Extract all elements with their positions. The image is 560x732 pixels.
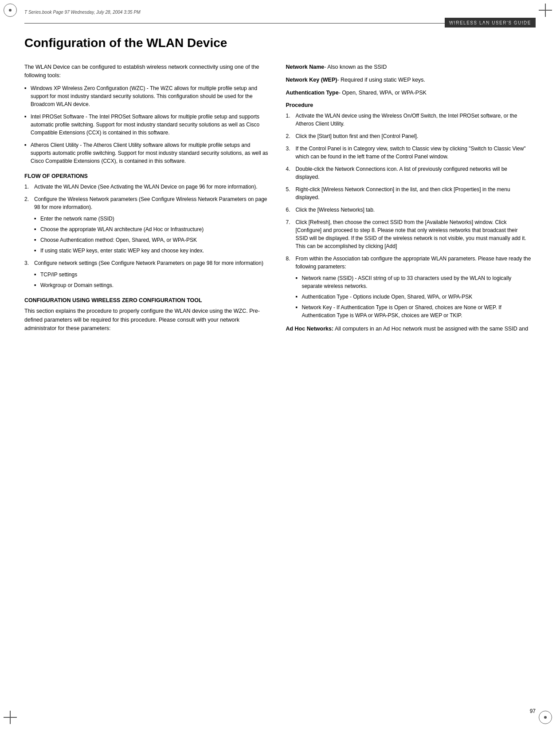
proc-item-1: Activate the WLAN device using the Wirel… <box>286 112 531 128</box>
flow-operations-list: Activate the WLAN Device (See Activating… <box>24 183 270 289</box>
sub-list-item: Network name (SSID) - ASCII string of up… <box>295 274 531 290</box>
network-key-label: Network Key (WEP) <box>286 77 337 83</box>
left-column: The WLAN Device can be configured to est… <box>24 63 270 338</box>
network-name-text: - Also known as the SSID <box>324 64 387 70</box>
corner-ornament-bl <box>4 711 21 728</box>
adhoc-paragraph: Ad Hoc Networks: All computers in an Ad … <box>286 325 531 333</box>
flow-item-3: Configure network settings (See Configur… <box>24 259 270 289</box>
proc-item-4: Double-click the Network Connections ico… <box>286 165 531 181</box>
flow-sub-list-2: Enter the network name (SSID) Choose the… <box>34 215 270 255</box>
network-key-text: - Required if using static WEP keys. <box>337 77 425 83</box>
page-number: 97 <box>530 708 536 714</box>
content-area: Configuration of the WLAN Device The WLA… <box>24 35 536 705</box>
step8-sub-list: Network name (SSID) - ASCII string of up… <box>295 274 531 319</box>
procedure-header: Procedure <box>286 102 531 108</box>
sub-list-item: If using static WEP keys, enter static W… <box>34 247 270 255</box>
proc-item-5: Right-click [Wireless Network Connection… <box>286 185 531 201</box>
sub-list-item: Workgroup or Domain settings. <box>34 281 270 289</box>
auth-type-label: Authentication Type <box>286 90 338 96</box>
auth-type-text: - Open, Shared, WPA, or WPA-PSK <box>339 90 427 96</box>
flow-item-1: Activate the WLAN Device (See Activating… <box>24 183 270 191</box>
proc-item-2: Click the [Start] button first and then … <box>286 132 531 140</box>
flow-item-2: Configure the Wireless Network parameter… <box>24 195 270 255</box>
list-item: Windows XP Wireless Zero Configuration (… <box>24 84 270 108</box>
network-key-line: Network Key (WEP)- Required if using sta… <box>286 76 531 84</box>
adhoc-label: Ad Hoc Networks: <box>286 326 333 332</box>
sub-list-item: Choose the appropriate WLAN architecture… <box>34 225 270 233</box>
header-divider <box>24 23 536 24</box>
adhoc-text: All computers in an Ad Hoc network must … <box>335 326 528 332</box>
right-column: Network Name- Also known as the SSID Net… <box>286 63 531 338</box>
file-info: T Series.book Page 97 Wednesday, July 28… <box>24 10 140 15</box>
corner-ornament-tl <box>4 4 21 21</box>
flow-sub-list-3: TCP/IP settings Workgroup or Domain sett… <box>34 271 270 289</box>
network-name-line: Network Name- Also known as the SSID <box>286 63 531 71</box>
proc-item-7: Click [Refresh], then choose the correct… <box>286 218 531 250</box>
sub-list-item: TCP/IP settings <box>34 271 270 279</box>
proc-item-8: From within the Association tab configur… <box>286 255 531 319</box>
header-title-bar: WIreless LAN User's Guide <box>445 18 536 28</box>
page-title: Configuration of the WLAN Device <box>24 35 536 51</box>
corner-ornament-br <box>539 711 556 728</box>
config-intro: This section explains the procedure to p… <box>24 307 270 333</box>
list-item: Intel PROSet Software - The Intel PROSet… <box>24 113 270 137</box>
network-name-label: Network Name <box>286 64 324 70</box>
corner-ornament-tr <box>539 4 556 21</box>
sub-list-item: Authentication Type - Options include Op… <box>295 293 531 301</box>
procedure-list: Activate the WLAN device using the Wirel… <box>286 112 531 319</box>
config-section-header: CONFIGURATION USING WIRELESS ZERO CONFIG… <box>24 297 270 303</box>
sub-list-item: Enter the network name (SSID) <box>34 215 270 223</box>
two-column-layout: The WLAN Device can be configured to est… <box>24 63 536 338</box>
intro-paragraph: The WLAN Device can be configured to est… <box>24 63 270 80</box>
sub-list-item: Network Key - If Authentication Type is … <box>295 303 531 319</box>
tools-list: Windows XP Wireless Zero Configuration (… <box>24 84 270 165</box>
auth-type-line: Authentication Type- Open, Shared, WPA, … <box>286 89 531 97</box>
sub-list-item: Choose Authentication method: Open, Shar… <box>34 236 270 244</box>
flow-section-header: FLOW OF OPERATIONS <box>24 173 270 179</box>
proc-item-3: If the Control Panel is in Category view… <box>286 145 531 161</box>
list-item: Atheros Client Utility - The Atheros Cli… <box>24 141 270 165</box>
proc-item-6: Click the [Wireless Networks] tab. <box>286 206 531 214</box>
